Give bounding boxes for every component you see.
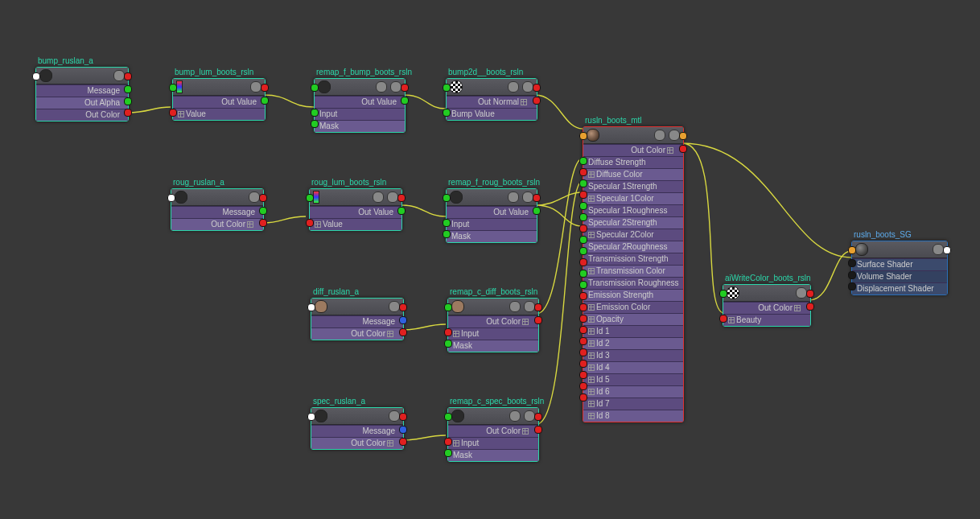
s-icon[interactable]: [376, 81, 387, 93]
input-port[interactable]: [444, 449, 452, 457]
output-port[interactable]: [534, 316, 542, 324]
node-header[interactable]: [173, 79, 265, 96]
attr-row[interactable]: Volume Shader: [852, 270, 947, 282]
node-header[interactable]: [447, 79, 537, 96]
input-port[interactable]: [848, 259, 856, 267]
input-port[interactable]: [444, 303, 452, 311]
attr-row[interactable]: Bump Value: [447, 108, 537, 120]
attr-row[interactable]: Mask: [315, 120, 405, 132]
menu-icon[interactable]: [113, 70, 125, 81]
attr-row[interactable]: Id 6: [583, 385, 683, 397]
node-remap-f-bump[interactable]: remap_f_bump_boots_rsln Out Value Input …: [314, 78, 406, 133]
menu-icon[interactable]: [933, 244, 944, 255]
attr-row[interactable]: Message: [311, 425, 403, 437]
output-port[interactable]: [124, 109, 132, 117]
attr-row[interactable]: Beauty: [723, 314, 810, 326]
output-port[interactable]: [261, 84, 269, 92]
input-port[interactable]: [579, 258, 587, 266]
attr-row[interactable]: Input: [448, 327, 538, 340]
output-port[interactable]: [399, 328, 407, 336]
attr-row[interactable]: Input: [448, 437, 538, 449]
node-header[interactable]: [448, 408, 538, 425]
node-graph-canvas[interactable]: { "nodes": { "bump_ruslan": { "title": "…: [0, 0, 980, 519]
input-port[interactable]: [579, 360, 587, 368]
node-roug-ruslan-a[interactable]: roug_ruslan_a Message Out Color: [171, 188, 264, 231]
input-port[interactable]: [311, 84, 319, 92]
input-port[interactable]: [579, 213, 587, 221]
input-port[interactable]: [579, 337, 587, 345]
node-header[interactable]: [852, 241, 947, 258]
node-header[interactable]: [447, 189, 537, 206]
attr-row[interactable]: Out Color: [311, 327, 403, 340]
attr-row[interactable]: Surface Shader: [852, 258, 947, 270]
menu-icon[interactable]: [524, 301, 535, 312]
output-port[interactable]: [534, 426, 542, 434]
output-port[interactable]: [534, 303, 542, 311]
output-port[interactable]: [399, 413, 407, 421]
attr-row[interactable]: Specular 1Roughness: [583, 204, 683, 216]
input-port[interactable]: [306, 219, 314, 227]
menu-icon[interactable]: [389, 410, 400, 422]
input-port[interactable]: [579, 247, 587, 255]
s-icon[interactable]: [654, 130, 665, 141]
input-port[interactable]: [579, 270, 587, 278]
output-port[interactable]: [533, 84, 541, 92]
menu-icon[interactable]: [249, 192, 260, 203]
attr-row[interactable]: Id 1: [583, 325, 683, 337]
node-shading-group[interactable]: rusln_boots_SG Surface Shader Volume Sha…: [851, 241, 948, 295]
output-port[interactable]: [399, 438, 407, 446]
node-header[interactable]: [448, 299, 538, 315]
input-port[interactable]: [579, 236, 587, 244]
input-port[interactable]: [169, 84, 177, 92]
output-port[interactable]: [124, 72, 132, 80]
attr-row[interactable]: Displacement Shader: [852, 282, 947, 295]
attr-row-out[interactable]: Out Normal: [447, 96, 537, 108]
attr-row[interactable]: Out Color: [36, 109, 128, 121]
output-port[interactable]: [806, 290, 814, 298]
s-icon[interactable]: [508, 81, 519, 93]
attr-row[interactable]: Id 4: [583, 361, 683, 373]
input-port[interactable]: [443, 194, 451, 202]
output-port[interactable]: [533, 207, 541, 215]
attr-row[interactable]: Out Alpha: [36, 97, 128, 109]
attr-row[interactable]: Message: [36, 84, 128, 97]
input-port[interactable]: [579, 371, 587, 379]
node-header[interactable]: [171, 189, 263, 206]
attr-row[interactable]: Specular 2Color: [583, 229, 683, 241]
attr-row[interactable]: Mask: [448, 340, 538, 352]
s-icon[interactable]: [509, 301, 521, 312]
attr-row[interactable]: Transmission Roughness: [583, 277, 683, 289]
input-port[interactable]: [579, 382, 587, 390]
input-port[interactable]: [444, 438, 452, 446]
input-port[interactable]: [579, 202, 587, 210]
input-port[interactable]: [443, 230, 451, 238]
input-port[interactable]: [579, 191, 587, 199]
input-port[interactable]: [307, 303, 315, 311]
node-remap-c-diff[interactable]: remap_c_diff_boots_rsln Out Color Input …: [447, 298, 539, 352]
output-port[interactable]: [679, 132, 687, 140]
node-header[interactable]: [311, 299, 403, 315]
attr-row-out[interactable]: Out Value: [173, 96, 265, 108]
node-remap-f-roug[interactable]: remap_f_roug_boots_rsln Out Value Input …: [446, 188, 537, 243]
input-port[interactable]: [579, 179, 587, 187]
attr-row[interactable]: Id 2: [583, 337, 683, 349]
input-port[interactable]: [719, 315, 727, 323]
s-icon[interactable]: [509, 410, 521, 422]
attr-row-out[interactable]: Out Value: [310, 206, 401, 218]
node-aiwritecolor[interactable]: aiWriteColor_boots_rsln Out Color Beauty: [723, 284, 811, 327]
node-header[interactable]: [583, 127, 683, 144]
menu-icon[interactable]: [250, 81, 261, 93]
output-port[interactable]: [679, 145, 687, 153]
attr-row[interactable]: Input: [447, 218, 537, 230]
menu-icon[interactable]: [669, 130, 680, 141]
node-header[interactable]: [36, 68, 128, 84]
input-port[interactable]: [848, 246, 856, 254]
node-header[interactable]: [311, 408, 403, 425]
node-remap-c-spec[interactable]: remap_c_spec_boots_rsln Out Color Input …: [447, 407, 539, 462]
input-port[interactable]: [32, 72, 40, 80]
input-port[interactable]: [443, 219, 451, 227]
node-roug-lum-boots[interactable]: roug_lum_boots_rsln Out Value Value: [309, 188, 402, 231]
output-port[interactable]: [533, 194, 541, 202]
attr-row-out[interactable]: Out Color: [448, 315, 538, 327]
s-icon[interactable]: [373, 192, 384, 203]
